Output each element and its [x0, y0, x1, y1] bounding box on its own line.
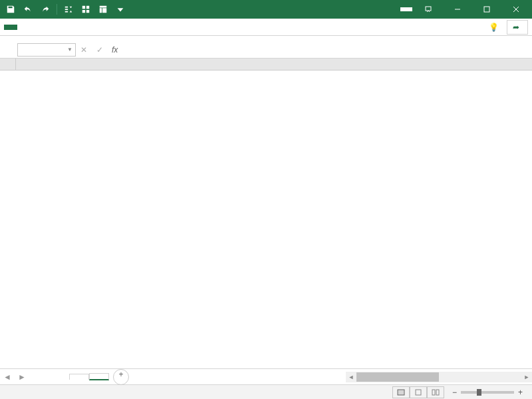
save-icon[interactable]: [3, 1, 19, 17]
tab-view[interactable]: [109, 25, 122, 30]
sheet-tab-data[interactable]: [69, 374, 89, 380]
tab-help[interactable]: [124, 25, 137, 30]
maximize-button[interactable]: [473, 0, 500, 19]
chart-object[interactable]: [172, 70, 511, 350]
add-sheet-button[interactable]: +: [113, 369, 129, 385]
share-button[interactable]: ➦: [507, 20, 528, 35]
tab-home[interactable]: [21, 25, 35, 30]
tab-insert[interactable]: [36, 25, 49, 30]
svg-rect-6: [398, 390, 404, 395]
tab-power-pivot[interactable]: [138, 25, 152, 30]
quick-access-toolbar: [3, 1, 128, 17]
name-box-input[interactable]: [21, 45, 61, 55]
fx-icon[interactable]: fx: [112, 45, 118, 55]
formula-bar: ▼ ✕ ✓ fx: [0, 41, 532, 59]
tab-review[interactable]: [94, 25, 108, 30]
undo-icon[interactable]: [20, 1, 36, 17]
status-bar: − +: [0, 384, 532, 399]
zoom-out-button[interactable]: −: [452, 388, 457, 397]
zoom-control[interactable]: − +: [452, 388, 527, 397]
sunburst-chart: [198, 94, 451, 346]
formula-input[interactable]: [122, 43, 532, 57]
sheet-nav-next[interactable]: ►: [15, 372, 29, 382]
tab-file[interactable]: [4, 25, 17, 30]
svg-rect-0: [426, 7, 431, 11]
tellme-icon[interactable]: 💡: [489, 23, 499, 32]
svg-rect-9: [436, 390, 439, 395]
tab-page-layout[interactable]: [51, 25, 64, 30]
title-bar: [0, 0, 532, 19]
borders-icon[interactable]: [78, 1, 94, 17]
svg-rect-2: [484, 7, 489, 12]
close-button[interactable]: [503, 0, 529, 19]
zoom-in-button[interactable]: +: [518, 388, 523, 397]
tab-data[interactable]: [80, 25, 93, 30]
view-pagelayout-icon[interactable]: [410, 386, 427, 398]
sort-icon[interactable]: [61, 1, 76, 17]
sheet-tab-slide[interactable]: [89, 373, 109, 380]
tab-formulas[interactable]: [65, 25, 78, 30]
name-box[interactable]: ▼: [17, 43, 76, 57]
enter-formula-icon[interactable]: ✓: [92, 43, 108, 57]
redo-icon[interactable]: [37, 1, 53, 17]
horizontal-scrollbar[interactable]: ◄ ►: [346, 372, 532, 382]
sign-in-button[interactable]: [400, 7, 412, 11]
select-all-corner[interactable]: [0, 59, 16, 70]
view-normal-icon[interactable]: [392, 386, 410, 398]
zoom-slider[interactable]: [461, 391, 514, 394]
svg-rect-7: [416, 390, 421, 395]
scroll-left-icon[interactable]: ◄: [346, 374, 356, 380]
minimize-button[interactable]: [444, 0, 471, 19]
ribbon-tabs: 💡 ➦: [0, 19, 532, 36]
worksheet-grid[interactable]: [0, 59, 532, 368]
svg-rect-8: [432, 390, 435, 395]
chevron-down-icon[interactable]: ▼: [67, 47, 72, 53]
scroll-right-icon[interactable]: ►: [521, 374, 532, 380]
cancel-formula-icon[interactable]: ✕: [76, 43, 92, 57]
ribbon-options-icon[interactable]: [415, 0, 442, 19]
sheet-tab-bar: ◄ ► + ◄ ►: [0, 368, 532, 384]
sheet-nav-prev[interactable]: ◄: [0, 372, 15, 382]
view-pagebreak-icon[interactable]: [427, 386, 444, 398]
pivot-icon[interactable]: [95, 1, 111, 17]
qat-customize-icon[interactable]: [112, 1, 128, 17]
